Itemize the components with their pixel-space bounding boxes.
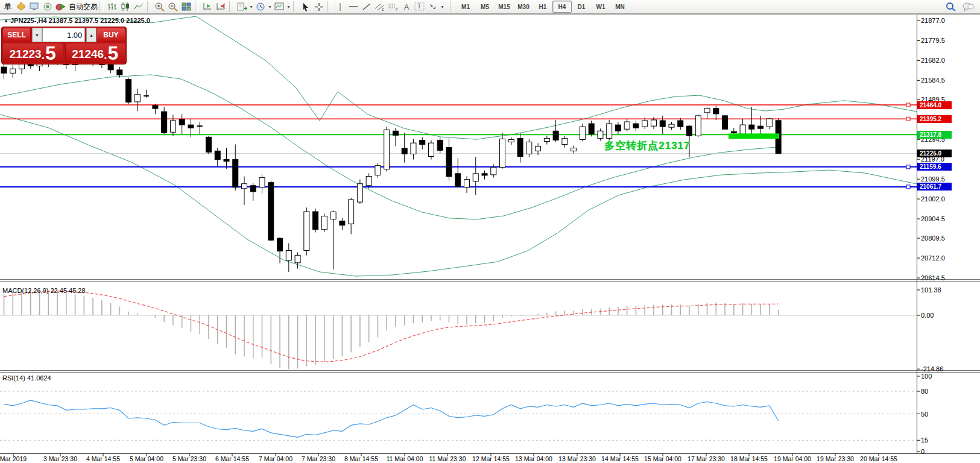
candle-body-bear xyxy=(455,174,461,187)
autotrading-button[interactable]: 自动交易 xyxy=(69,2,98,12)
volume-increase-button[interactable]: ▲ xyxy=(86,28,96,42)
timeframe-D1[interactable]: D1 xyxy=(572,1,591,13)
date-axis-label[interactable]: 14 Mar 14:55 xyxy=(601,455,639,462)
crosshair-icon[interactable] xyxy=(312,1,326,13)
date-axis-label[interactable]: 8 Mar 14:55 xyxy=(344,455,378,462)
candle-body-bull xyxy=(321,216,327,229)
date-axis-label[interactable]: 5 Mar 04:00 xyxy=(130,455,163,462)
hline-marker xyxy=(906,117,910,121)
price-badge-21061.7[interactable]: 21061.7 xyxy=(917,183,952,191)
candle-body-bull xyxy=(651,120,656,126)
zoom-out-icon[interactable] xyxy=(166,1,180,13)
date-axis-label[interactable]: Mar 2019 xyxy=(0,455,27,462)
tile-windows-icon[interactable] xyxy=(180,1,193,13)
support-highlight-bar[interactable] xyxy=(729,133,779,139)
text-tool-icon[interactable]: A xyxy=(400,1,413,13)
rsi-tick-label: 50 xyxy=(921,411,928,418)
market-watch-icon[interactable] xyxy=(28,1,41,13)
rsi-line xyxy=(4,400,779,437)
date-axis-label[interactable]: 3 Mar 23:30 xyxy=(43,455,77,462)
price-badge-21464.0[interactable]: 21464.0 xyxy=(917,101,952,109)
date-axis-label[interactable]: 15 Mar 04:00 xyxy=(644,455,681,462)
candlestick-mode-icon[interactable] xyxy=(119,1,132,13)
price-badge-21317.8[interactable]: 21317.8 xyxy=(917,131,952,139)
bar-chart-mode-icon[interactable] xyxy=(106,1,119,13)
buy-price-frac: 5 xyxy=(107,44,118,62)
sell-button[interactable]: SELL xyxy=(2,28,31,42)
date-axis-label[interactable]: 7 Mar 04:00 xyxy=(259,455,292,462)
vertical-line-tool-icon[interactable] xyxy=(334,1,347,13)
favorites-icon[interactable] xyxy=(14,1,28,13)
candle-body-bear xyxy=(188,125,194,128)
channel-tool-icon[interactable]: E xyxy=(373,1,387,13)
chart-canvas[interactable] xyxy=(0,0,980,463)
date-axis-label[interactable]: 19 Mar 04:00 xyxy=(774,455,811,462)
new-order-window-icon[interactable] xyxy=(235,1,248,13)
timeframe-M15[interactable]: M15 xyxy=(495,1,514,13)
timeframe-W1[interactable]: W1 xyxy=(591,1,610,13)
templates-icon[interactable] xyxy=(273,1,286,13)
line-chart-mode-icon[interactable] xyxy=(132,1,145,13)
autoscroll-icon[interactable] xyxy=(201,1,214,13)
cursor-icon[interactable] xyxy=(299,1,312,13)
fibonacci-tool-icon[interactable]: F xyxy=(387,1,400,13)
volume-input[interactable]: 1.00 xyxy=(42,28,86,42)
text-label-tool-icon[interactable]: T xyxy=(413,1,426,13)
timeframe-H1[interactable]: H1 xyxy=(533,1,552,13)
price-badge-21395.2[interactable]: 21395.2 xyxy=(917,115,952,123)
buy-price-display[interactable]: 21246.5 xyxy=(65,43,126,63)
timeframe-M5[interactable]: M5 xyxy=(475,1,495,13)
candle-body-bear xyxy=(713,109,719,114)
sell-price-display[interactable]: 21223.5 xyxy=(2,43,63,63)
timeframe-M1[interactable]: M1 xyxy=(456,1,475,13)
price-badge-21159.6[interactable]: 21159.6 xyxy=(917,163,952,171)
toolbar-separator xyxy=(229,1,233,12)
date-axis-label[interactable]: 18 Mar 14:55 xyxy=(730,455,768,462)
date-axis-label[interactable]: 20 Mar 14:55 xyxy=(860,455,897,462)
timeframe-MN[interactable]: MN xyxy=(610,1,630,13)
candle-body-bear xyxy=(633,124,639,128)
date-axis-label[interactable]: 4 Mar 14:55 xyxy=(86,455,120,462)
periods-clock-icon[interactable] xyxy=(254,1,267,13)
templates-dropdown-icon[interactable]: ▾ xyxy=(286,4,291,10)
date-axis-label[interactable]: 19 Mar 23:30 xyxy=(817,455,854,462)
date-axis-label[interactable]: 12 Mar 14:55 xyxy=(472,455,510,462)
candle-body-bull xyxy=(740,125,745,134)
candle-body-bull xyxy=(500,139,505,167)
date-axis-label[interactable]: 13 Mar 04:00 xyxy=(515,455,552,462)
timeframe-H4[interactable]: H4 xyxy=(552,1,572,13)
autotrading-icon[interactable] xyxy=(54,1,68,13)
zoom-in-icon[interactable] xyxy=(153,1,166,13)
search-icon[interactable] xyxy=(944,1,957,13)
date-axis-label[interactable]: 5 Mar 23:30 xyxy=(172,455,206,462)
date-axis-label[interactable]: 13 Mar 23:30 xyxy=(558,455,596,462)
strategy-tester-icon[interactable] xyxy=(41,1,54,13)
candle-body-bull xyxy=(544,138,549,141)
candle-body-bear xyxy=(482,174,487,175)
chat-icon[interactable] xyxy=(962,1,975,13)
candle-body-bear xyxy=(224,160,229,162)
new-order-button[interactable]: 单 xyxy=(1,1,14,13)
arrows-tool-icon[interactable] xyxy=(426,1,440,13)
toolbar-separator xyxy=(450,1,454,12)
horizontal-line-tool-icon[interactable] xyxy=(347,1,360,13)
date-axis-label[interactable]: 11 Mar 23:30 xyxy=(429,455,466,462)
candle-body-bear xyxy=(153,106,158,109)
new-order-dropdown-icon[interactable]: ▾ xyxy=(248,4,254,10)
date-axis-label[interactable]: 7 Mar 23:30 xyxy=(302,455,335,462)
date-axis-label[interactable]: 11 Mar 04:00 xyxy=(386,455,423,462)
arrows-dropdown-icon[interactable]: ▾ xyxy=(440,4,445,10)
buy-button[interactable]: BUY xyxy=(96,28,125,42)
price-badge-21225.0[interactable]: 21225.0 xyxy=(917,150,952,157)
legend-open-value: 21387.5 xyxy=(49,17,73,24)
date-axis-label[interactable]: 6 Mar 14:55 xyxy=(215,455,249,462)
candle-body-bull xyxy=(624,122,630,129)
date-axis-label[interactable]: 17 Mar 23:30 xyxy=(688,455,725,462)
volume-decrease-button[interactable]: ▼ xyxy=(32,28,42,42)
timeframe-M30[interactable]: M30 xyxy=(514,1,533,13)
periods-dropdown-icon[interactable]: ▾ xyxy=(267,4,273,10)
price-tick-label: 21779.5 xyxy=(921,37,945,44)
chart-shift-icon[interactable] xyxy=(214,1,227,13)
candle-body-bear xyxy=(250,186,256,192)
trendline-tool-icon[interactable] xyxy=(360,1,373,13)
